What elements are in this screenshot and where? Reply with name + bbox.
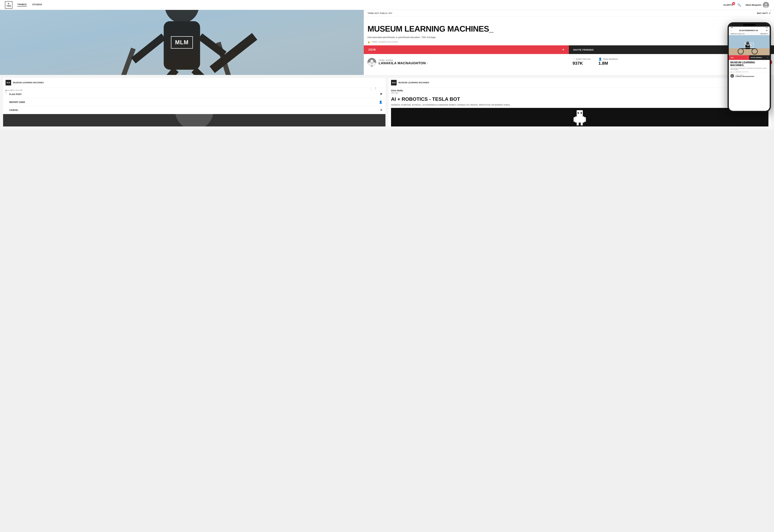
tribe-description: Educationalist-petrolheads or petrolhead… — [364, 35, 774, 40]
leader-info: TRIBE LEADER LANAKILA MACNAUGHTON ✓ — [379, 59, 428, 65]
phone-outer: 9:41●●● ‹ SCOOTERWORKS UK ✕ TRIBE NOT PU… — [728, 22, 771, 112]
people-icon: 👤 — [598, 57, 602, 61]
tribe-leader-section: TRIBE LEADER LANAKILA MACNAUGHTON ✓ — [364, 55, 432, 69]
members-stat: 👤 TRIBE MEMBERS 1.8M — [598, 57, 618, 66]
post-tribe-badge-left: MLM — [6, 80, 11, 85]
leader-avatar — [367, 58, 376, 67]
phone-actions: JOIN + INVITE FRIENDS + — [729, 55, 770, 60]
flag-post-button[interactable]: FLAG POST ⚑ — [6, 90, 385, 98]
post-meta-right: Chris Reilly 16m ago — [389, 87, 771, 95]
nav-studio[interactable]: STUDIO — [32, 3, 42, 7]
post-time-right: 16m ago — [391, 92, 768, 94]
nav-links: TRIBES STUDIO — [17, 3, 42, 7]
post-card-right: MLM MUSEUM LEARNING MACHINES Chris Reill… — [389, 78, 771, 126]
svg-point-20 — [372, 62, 376, 67]
lock-icon: 🔒 — [367, 41, 370, 43]
svg-rect-38 — [581, 123, 583, 125]
cancel-button[interactable]: CANCEL ✕ — [6, 106, 385, 114]
svg-point-19 — [367, 62, 372, 67]
svg-point-1 — [765, 3, 767, 5]
tribe-exclusive-label: 🔒 TRIBE LEADER EXCLUSIVE — [364, 40, 774, 44]
why-not-button[interactable]: WHY NOT? ▾ — [757, 12, 770, 14]
phone-leader-avatar: L — [730, 74, 734, 78]
phone-lock-icon: 🔒 — [730, 71, 732, 73]
svg-rect-37 — [577, 123, 579, 125]
hero-banner: MLM — [0, 10, 364, 75]
tribe-actions: JOIN + INVITE FRIENDS + — [364, 45, 774, 54]
phone-mlm-badge: MLM — [745, 43, 754, 48]
nav-right: ALERTS 22 🔍 Steve Mcqueen — [723, 2, 769, 8]
phone-screen: 9:41●●● ‹ SCOOTERWORKS UK ✕ TRIBE NOT PU… — [729, 24, 770, 111]
tribe-not-public-bar: TRIBE NOT PUBLIC YET WHY NOT? ▾ — [364, 10, 774, 17]
svg-point-33 — [581, 112, 582, 114]
phone-leader-section: L TRIBE LEADER LANAKILA MACNAUGHTON ✓ — [729, 73, 770, 79]
tribe-stats: ♡ BUMPS PER DAY 937K 👤 TRIBE MEMBERS 1.8… — [569, 56, 622, 68]
svg-rect-36 — [584, 117, 586, 122]
navbar: D TRB TRIBES STUDIO ALERTS 22 🔍 Steve Mc… — [0, 0, 774, 10]
phone-back-button[interactable]: ‹ — [731, 29, 731, 32]
phone-invite-button[interactable]: INVITE FRIENDS + — [749, 55, 770, 60]
post-title-right: AI + ROBOTICS - TESLA BOT — [389, 95, 771, 104]
post-header-left: MLM MUSEUM LEARNING MACHINES — [3, 78, 385, 87]
phone-not-public-bar: TRIBE NOT PUBLIC YET WHY NOT? ▾ — [729, 33, 770, 35]
post-dots-icon[interactable]: ⋮ — [370, 87, 372, 90]
bumps-stat: ♡ BUMPS PER DAY 937K — [573, 57, 591, 66]
search-icon[interactable]: 🔍 — [737, 3, 741, 7]
logo[interactable]: D TRB — [5, 1, 12, 9]
post-tribe-badge-right: MLM — [391, 80, 397, 85]
join-button[interactable]: JOIN + — [364, 45, 569, 54]
phone-chevron-down-icon: ▾ — [767, 33, 768, 35]
phone-members-note: 🔒 ALL MEMBERS CAN POST — [729, 71, 770, 73]
report-user-icon: 👤 — [379, 100, 382, 104]
post-tribe-name-right: MUSEUM LEARNING MACHINES — [398, 82, 429, 84]
phone-nav: ‹ SCOOTERWORKS UK ✕ — [729, 29, 770, 33]
phone-tribe-title: MUSEUM LEARNING MACHINES_ — [729, 60, 770, 67]
avatar — [763, 2, 769, 8]
svg-rect-22 — [729, 48, 770, 55]
alerts-button[interactable]: ALERTS 22 — [723, 4, 733, 6]
alerts-badge: 22 — [732, 2, 735, 5]
svg-rect-35 — [574, 117, 575, 122]
main-content: MLM TRIBE NOT PUBLIC YET WHY NOT? ▾ ⋮ MU… — [0, 10, 774, 75]
plus-icon: + — [562, 48, 565, 52]
more-options-icon[interactable]: ⋮ — [364, 17, 774, 23]
post-image-bottom — [3, 114, 385, 126]
post-card-left: MLM MUSEUM LEARNING MACHINES Kazuhiro Ha… — [3, 78, 385, 126]
post-image-right — [391, 108, 768, 126]
post-share-icon[interactable]: ⤴ — [375, 87, 376, 90]
phone-verified-icon: ✓ — [754, 76, 755, 77]
post-body-right: GENERAL PURPOSE, BI-PEDAL, AUTONOMOUS HU… — [389, 104, 771, 108]
phone-plus-icon: + — [747, 57, 748, 58]
flag-icon: ⚑ — [380, 93, 382, 96]
heart-icon: ♡ — [573, 57, 575, 61]
phone-join-button[interactable]: JOIN + — [729, 55, 749, 60]
phone-close-icon[interactable]: ✕ — [766, 29, 768, 32]
hero-bg: MLM — [0, 10, 364, 75]
phone-mockup: 9:41●●● ‹ SCOOTERWORKS UK ✕ TRIBE NOT PU… — [728, 22, 771, 112]
svg-rect-34 — [575, 116, 584, 123]
context-menu: FLAG POST ⚑ REPORT USER 👤 CANCEL ✕ — [6, 90, 385, 114]
phone-leader-info: TRIBE LEADER LANAKILA MACNAUGHTON ✓ — [735, 75, 755, 77]
tribe-title: MUSEUM LEARNING MACHINES_ — [367, 25, 770, 33]
chevron-down-icon: ▾ — [769, 12, 770, 14]
post-author-right: Chris Reilly — [391, 89, 768, 92]
leader-name: LANAKILA MACNAUGHTON — [379, 61, 426, 65]
close-icon: ✕ — [380, 108, 382, 112]
lower-section: MLM MUSEUM LEARNING MACHINES Kazuhiro Ha… — [0, 75, 774, 130]
phone-hero: MLM — [729, 35, 770, 55]
phone-invite-plus-icon: + — [767, 57, 768, 58]
not-public-label: TRIBE NOT PUBLIC YET — [367, 12, 392, 14]
report-user-button[interactable]: REPORT USER 👤 — [6, 98, 385, 106]
nav-tribes[interactable]: TRIBES — [17, 3, 27, 7]
svg-point-18 — [370, 60, 373, 63]
tribe-mlm-badge: MLM — [171, 36, 193, 49]
post-header-right: MLM MUSEUM LEARNING MACHINES — [389, 78, 771, 87]
tribe-title-section: MUSEUM LEARNING MACHINES_ — [364, 23, 774, 35]
tribe-info-panel: TRIBE NOT PUBLIC YET WHY NOT? ▾ ⋮ MUSEUM… — [364, 10, 774, 75]
phone-tribe-desc: Educationalist-petrolheads or petrolhead… — [729, 67, 770, 71]
phone-why-not-button[interactable]: WHY NOT? ▾ — [760, 33, 768, 35]
post-actions-left: ⋮ ⤴ — [370, 87, 376, 90]
svg-point-32 — [577, 112, 579, 114]
verified-icon: ✓ — [426, 62, 428, 65]
user-profile[interactable]: Steve Mcqueen — [746, 2, 769, 8]
